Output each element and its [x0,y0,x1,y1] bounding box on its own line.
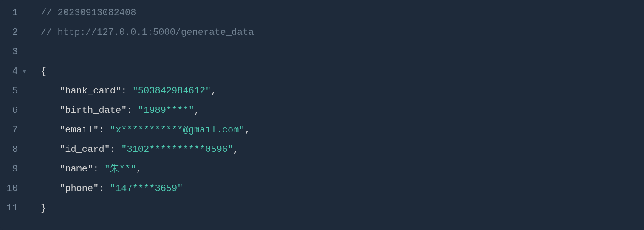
code-line: "id_card": "3102**********0596", [41,140,644,160]
json-value: "147****3659" [110,183,183,194]
code-line: "phone": "147****3659" [41,179,644,199]
gutter-line[interactable]: 10 [0,179,34,199]
space [116,144,121,155]
gutter-line[interactable]: 9 [0,160,34,179]
code-line: "bank_card": "503842984612", [41,81,644,101]
space [99,164,104,174]
comment-url: // http://127.0.0.1:5000/generate_data [41,27,254,38]
gutter-line[interactable]: 11 [0,199,34,218]
code-line: "email": "x***********@gmail.com", [41,121,644,140]
line-number: 10 [7,179,18,199]
line-number: 9 [12,160,18,179]
json-key: "bank_card" [59,86,121,96]
fold-toggle-icon[interactable]: ▼ [21,62,26,81]
code-content[interactable]: // 20230913082408 // http://127.0.0.1:50… [34,3,644,227]
line-number: 1 [12,3,18,23]
code-line: // http://127.0.0.1:5000/generate_data [41,23,644,42]
comma: , [211,86,216,96]
code-line [41,42,644,62]
code-line: // 20230913082408 [41,3,644,23]
gutter-line[interactable]: 7 [0,121,34,140]
colon: : [93,164,99,174]
colon: : [99,183,104,194]
colon: : [110,144,116,155]
open-brace: { [41,66,46,77]
gutter-line[interactable]: 1 [0,3,34,23]
line-number: 3 [12,42,18,62]
line-number: 5 [12,81,18,101]
json-key: "id_card" [59,144,110,155]
json-key: "name" [59,164,93,174]
gutter-line[interactable]: 3 [0,42,34,62]
colon: : [121,86,127,96]
close-brace: } [41,203,46,213]
line-number: 11 [7,199,18,218]
space [127,86,132,96]
gutter-line[interactable]: 5 [0,81,34,101]
json-value: "3102**********0596" [121,144,233,155]
line-number: 6 [12,101,18,121]
colon: : [127,105,132,116]
line-number: 7 [12,121,18,140]
colon: : [99,125,104,135]
code-line: "name": "朱**", [41,160,644,179]
comma: , [194,105,200,116]
json-value: "朱**" [105,164,136,174]
json-key: "birth_date" [59,105,127,116]
comma: , [245,125,250,135]
code-line: } [41,199,644,218]
json-key: "email" [59,125,99,135]
line-gutter: 1 2 3 4▼ 5 6 7 8 9 10 11 [0,3,34,227]
gutter-line[interactable]: 2 [0,23,34,42]
space [105,125,110,135]
json-key: "phone" [59,183,99,194]
space [105,183,110,194]
code-editor: 1 2 3 4▼ 5 6 7 8 9 10 11 // 202309130824… [0,0,644,230]
json-value: "503842984612" [133,86,211,96]
line-number: 8 [12,140,18,160]
json-value: "1989****" [138,105,194,116]
gutter-line[interactable]: 8 [0,140,34,160]
code-line: "birth_date": "1989****", [41,101,644,121]
json-value: "x***********@gmail.com" [110,125,245,135]
gutter-line[interactable]: 6 [0,101,34,121]
gutter-line[interactable]: 4▼ [0,62,34,81]
comment-timestamp: // 20230913082408 [41,8,136,18]
line-number: 2 [12,23,18,42]
comma: , [136,164,141,174]
code-line: { [41,62,644,81]
space [133,105,138,116]
comma: , [233,144,239,155]
line-number: 4 [12,62,18,81]
